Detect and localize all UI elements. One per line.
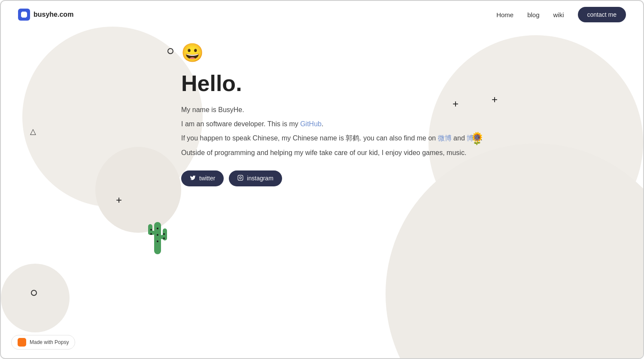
- nav-blog[interactable]: blog: [527, 11, 539, 18]
- instagram-icon: [237, 175, 243, 182]
- deco-circle-bottom-left: [31, 290, 37, 296]
- bg-circle-bottom-left: [1, 264, 70, 332]
- boke-link[interactable]: 博客: [467, 134, 480, 142]
- instagram-button[interactable]: instagram: [229, 170, 282, 186]
- nav-wiki[interactable]: wiki: [553, 11, 564, 18]
- weibo-link[interactable]: 微博: [438, 134, 452, 142]
- popsy-icon: [18, 338, 26, 347]
- intro-line-3: If you happen to speak Chinese, my Chine…: [181, 132, 483, 144]
- main-content: 😀 Hello. My name is BusyHe. I am an soft…: [181, 44, 483, 186]
- hero-emoji: 😀: [181, 44, 483, 62]
- twitter-icon: [190, 175, 196, 182]
- twitter-label: twitter: [199, 175, 215, 182]
- svg-rect-0: [154, 222, 161, 254]
- footer-badge: Made with Popsy: [11, 335, 75, 350]
- svg-point-7: [157, 240, 158, 242]
- svg-rect-12: [238, 175, 243, 180]
- contact-me-button[interactable]: contact me: [578, 7, 626, 22]
- deco-cross-far-right: +: [492, 94, 498, 105]
- logo-text: busyhe.com: [33, 11, 73, 18]
- hero-title: Hello.: [181, 70, 483, 96]
- nav-home[interactable]: Home: [496, 11, 513, 18]
- cactus-decoration: [145, 213, 170, 258]
- deco-cross-lower-left: +: [116, 195, 122, 205]
- intro-line-2: I am an software developer. This is my G…: [181, 118, 483, 130]
- instagram-label: instagram: [247, 175, 273, 182]
- svg-point-9: [150, 233, 152, 235]
- navbar: busyhe.com Home blog wiki contact me: [1, 1, 643, 28]
- twitter-button[interactable]: twitter: [181, 170, 224, 186]
- logo-icon: [18, 9, 30, 21]
- social-buttons: twitter instagram: [181, 170, 483, 186]
- svg-point-11: [163, 237, 165, 239]
- intro-line-4: Outside of programming and helping my wi…: [181, 147, 483, 158]
- svg-point-10: [163, 233, 165, 235]
- svg-point-6: [157, 234, 158, 236]
- intro-line-1: My name is BusyHe.: [181, 104, 483, 116]
- github-link[interactable]: GitHub: [300, 120, 322, 128]
- nav-links: Home blog wiki contact me: [496, 7, 626, 22]
- deco-triangle-left: △: [30, 127, 36, 136]
- footer-badge-text: Made with Popsy: [30, 339, 69, 345]
- nav-logo[interactable]: busyhe.com: [18, 9, 73, 21]
- svg-point-5: [157, 228, 158, 229]
- deco-circle-top: [167, 48, 173, 54]
- svg-point-8: [150, 229, 152, 231]
